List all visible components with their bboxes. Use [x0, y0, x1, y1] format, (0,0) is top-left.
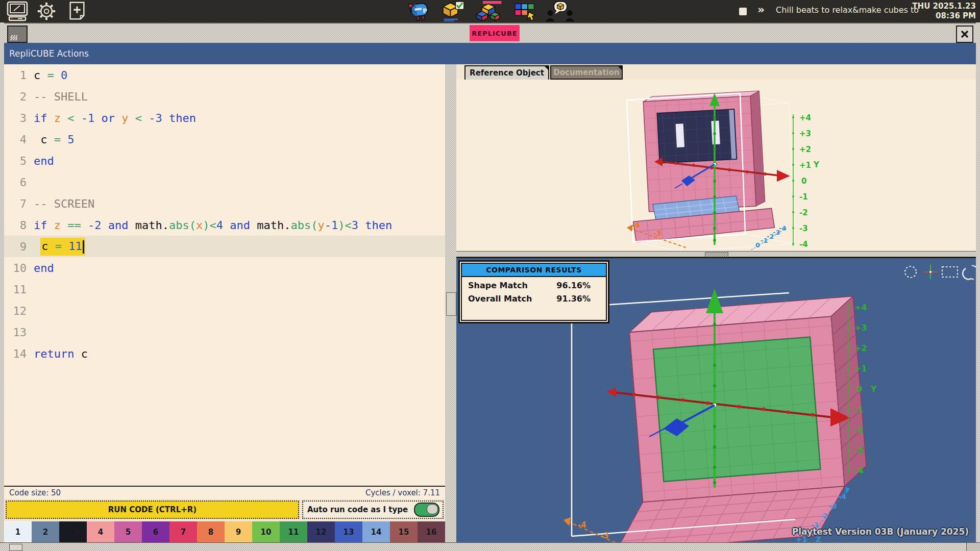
settings-gear-icon[interactable] — [35, 1, 58, 21]
line-number: 12 — [4, 305, 34, 317]
text-cursor — [83, 240, 84, 254]
chat-cube-icon[interactable] — [544, 1, 577, 21]
code-line[interactable]: 13 — [4, 321, 445, 343]
svg-text:-3: -3 — [600, 531, 609, 540]
line-number: 13 — [4, 326, 34, 339]
line-number: 7 — [4, 197, 34, 210]
palette-color-9[interactable]: 9 — [225, 521, 252, 542]
palette-color-11[interactable]: 11 — [280, 521, 307, 542]
new-file-icon[interactable] — [67, 1, 87, 21]
window-menu-icon[interactable] — [7, 26, 28, 43]
build-viewport[interactable]: +4 +3 +2 +1 0 -1 -2 -3 -4 Y -4 — [456, 257, 976, 542]
svg-text:-1: -1 — [799, 192, 808, 202]
line-number: 1 — [4, 69, 34, 82]
svg-text:+4: +4 — [854, 303, 867, 312]
panel-divider[interactable] — [445, 64, 456, 542]
code-line[interactable]: 12 — [4, 300, 445, 321]
palette-color-1[interactable]: 1 — [4, 521, 32, 542]
svg-text:+2: +2 — [854, 343, 867, 353]
code-line[interactable]: 3if z < -1 or y < -3 then — [4, 107, 445, 129]
bottom-scrollbar[interactable] — [0, 542, 980, 551]
palette-color-10[interactable]: 10 — [252, 521, 280, 542]
selection-circle-icon[interactable] — [905, 266, 916, 278]
comparison-label: Shape Match — [468, 281, 528, 290]
rotate-icon[interactable] — [963, 265, 976, 280]
code-line[interactable]: 7-- SCREEN — [4, 193, 445, 214]
view-tool-icons — [905, 265, 976, 280]
panel-splitter[interactable] — [456, 251, 976, 257]
code-line[interactable]: 8if z == -2 and math.abs(x)<4 and math.a… — [4, 214, 445, 236]
code-line[interactable]: 4 c = 5 — [4, 129, 445, 150]
cubes-icon[interactable] — [473, 1, 503, 21]
palette-color-5[interactable]: 5 — [114, 521, 142, 542]
toggle-knob — [427, 504, 438, 514]
window-titlebar[interactable]: REPLICUBE — [4, 22, 976, 45]
svg-text:-2: -2 — [854, 425, 864, 435]
svg-text:-4: -4 — [799, 240, 808, 249]
code-line[interactable]: 5end — [4, 150, 445, 171]
close-button[interactable] — [956, 26, 973, 43]
palette-color-3[interactable]: 3 — [59, 521, 87, 542]
window-app-tab[interactable]: REPLICUBE — [470, 25, 520, 41]
tab-reference-object[interactable]: Reference Object — [464, 65, 549, 80]
code-line[interactable]: 2-- SHELL — [4, 86, 445, 107]
comparison-results-panel: COMPARISON RESULTS Shape Match 96.16% Ov… — [458, 260, 609, 323]
palette-color-4[interactable]: 4 — [87, 521, 114, 542]
scrollbar-corner — [966, 543, 980, 551]
palette-color-6[interactable]: 6 — [142, 521, 169, 542]
palette-color-15[interactable]: 15 — [390, 521, 418, 542]
code-line[interactable]: 6 — [4, 171, 445, 193]
reference-3d-view[interactable]: +4 +3 +2 +1 0 -1 -2 -3 -4 Y -4 -3 — [456, 80, 976, 251]
svg-text:-3: -3 — [854, 445, 864, 455]
palette-color-12[interactable]: 12 — [307, 521, 335, 542]
splitter-handle[interactable] — [705, 252, 728, 257]
code-size-label: Code size: 50 — [9, 488, 61, 497]
selection-box-icon[interactable] — [942, 267, 958, 277]
palette-color-16[interactable]: 16 — [418, 521, 445, 542]
code-line[interactable]: 11 — [4, 279, 445, 300]
computer-icon[interactable] — [5, 1, 30, 21]
svg-text:Y: Y — [870, 384, 877, 394]
tabs-bar: Reference Object Documentation — [456, 64, 976, 80]
palette-color-7[interactable]: 7 — [169, 521, 197, 542]
code-line[interactable]: 9 c = 11 — [4, 236, 445, 257]
cube-check-icon[interactable] — [439, 1, 468, 21]
line-number: 2 — [4, 90, 34, 103]
autorun-label: Auto run code as I type — [307, 505, 408, 514]
code-lines[interactable]: 1c = 02-- SHELL3if z < -1 or y < -3 then… — [4, 64, 445, 486]
music-skip-icon[interactable]: » — [757, 3, 765, 16]
svg-text:0: 0 — [856, 384, 862, 394]
svg-text:+1: +1 — [799, 161, 811, 170]
code-line[interactable]: 1c = 0 — [4, 64, 445, 86]
comparison-label: Overall Match — [468, 294, 532, 304]
svg-text:-2: -2 — [820, 512, 828, 520]
replicube-screen: P — [0, 0, 980, 551]
clock-time: 08:36 PM — [912, 11, 976, 21]
svg-text:-1: -1 — [854, 405, 864, 414]
palette-color-8[interactable]: 8 — [197, 521, 225, 542]
right-scrollbar[interactable] — [976, 22, 980, 551]
divider-thumb[interactable] — [446, 292, 456, 316]
comparison-title: COMPARISON RESULTS — [462, 264, 606, 277]
tab-documentation[interactable]: Documentation — [550, 65, 623, 80]
palette-color-13[interactable]: 13 — [335, 521, 362, 542]
code-editor[interactable]: 1c = 02-- SHELL3if z < -1 or y < -3 then… — [4, 64, 445, 542]
tab-label: Documentation — [553, 68, 619, 77]
mailbox-icon[interactable]: P — [406, 1, 433, 21]
svg-text:+1: +1 — [854, 364, 867, 373]
comparison-value: 96.16% — [556, 281, 591, 290]
code-line[interactable]: 10end — [4, 257, 445, 279]
autorun-toggle[interactable] — [414, 503, 439, 517]
code-line[interactable]: 14return c — [4, 343, 445, 364]
palette-color-2[interactable]: 2 — [32, 521, 59, 542]
clock-date: THU 2025.1.23 — [912, 2, 976, 11]
run-code-button[interactable]: RUN CODE (CTRL+R) — [6, 500, 299, 519]
palette-color-14[interactable]: 14 — [362, 521, 390, 542]
music-stop-icon[interactable] — [739, 8, 747, 15]
svg-text:-3: -3 — [653, 229, 662, 237]
axes-icon[interactable] — [924, 265, 937, 279]
palette-grid-icon[interactable] — [512, 1, 538, 21]
autorun-control[interactable]: Auto run code as I type — [302, 500, 444, 519]
bottom-scrollbar-thumb[interactable] — [9, 544, 22, 551]
music-track-title: Chill beats to relax&make cubes to — [776, 5, 919, 15]
